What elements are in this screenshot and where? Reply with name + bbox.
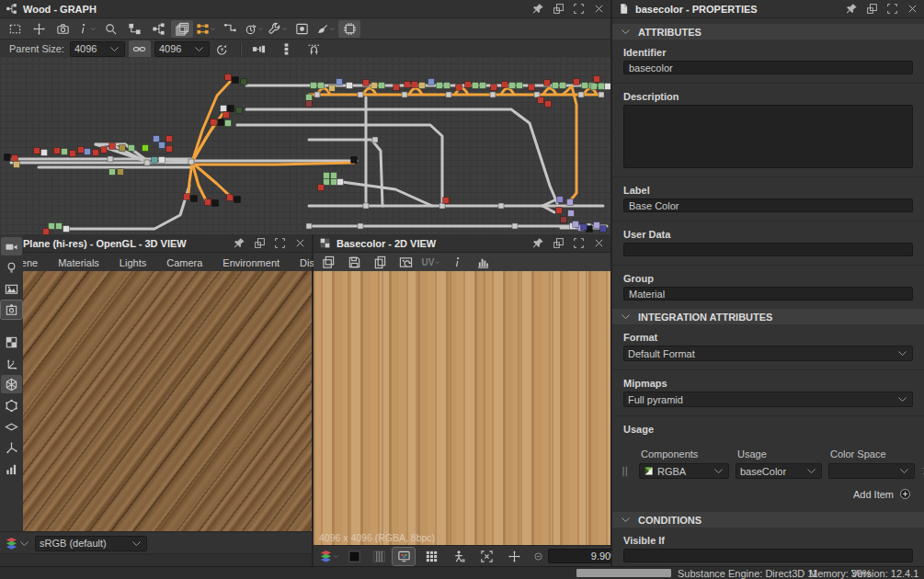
- graph-node[interactable]: [509, 83, 516, 89]
- graph-node[interactable]: [318, 185, 325, 191]
- node-info[interactable]: [75, 20, 97, 38]
- graph-connector[interactable]: [490, 92, 496, 97]
- graph-node[interactable]: [118, 169, 124, 176]
- float-window-icon[interactable]: [553, 3, 565, 15]
- link-creation[interactable]: [123, 20, 145, 38]
- uv-checker-tool[interactable]: [1, 333, 22, 351]
- clean-graph[interactable]: [314, 20, 337, 38]
- graph-node[interactable]: [62, 149, 68, 155]
- graph-node[interactable]: [306, 95, 313, 101]
- background-black[interactable]: [343, 548, 365, 565]
- histogram[interactable]: [472, 254, 494, 271]
- graph-node[interactable]: [318, 83, 325, 89]
- graph-node[interactable]: [437, 83, 443, 89]
- graph-node[interactable]: [605, 84, 611, 90]
- pin-icon[interactable]: [846, 3, 858, 15]
- wireframe-tool[interactable]: [1, 375, 22, 393]
- user-data-input[interactable]: [623, 243, 913, 256]
- save-image[interactable]: [343, 254, 365, 271]
- background-pattern[interactable]: [368, 548, 390, 565]
- graph-node[interactable]: [166, 136, 173, 142]
- graph-node[interactable]: [465, 82, 472, 88]
- graph-node[interactable]: [221, 106, 227, 112]
- colorspace-usage-select[interactable]: [828, 463, 915, 479]
- uv-overlay[interactable]: UV: [420, 254, 442, 271]
- graph-node[interactable]: [78, 147, 85, 153]
- graph-connector[interactable]: [306, 223, 312, 229]
- graph-node[interactable]: [371, 83, 378, 89]
- display-output[interactable]: [291, 20, 313, 38]
- visible-if-input[interactable]: [623, 549, 913, 562]
- snap-magnet[interactable]: [303, 40, 325, 58]
- graph-node[interactable]: [211, 119, 217, 126]
- graph-node[interactable]: [166, 146, 173, 153]
- graph-node[interactable]: [234, 197, 241, 203]
- close-icon[interactable]: [907, 3, 918, 15]
- maximize-icon[interactable]: [886, 3, 898, 15]
- graph-node[interactable]: [351, 157, 358, 164]
- menu-camera[interactable]: Camera: [166, 257, 202, 268]
- graph-node[interactable]: [600, 226, 607, 233]
- graph-node[interactable]: [568, 210, 575, 217]
- graph-node[interactable]: [331, 179, 337, 186]
- distribute-vertical[interactable]: [276, 40, 298, 58]
- compact-node[interactable]: [147, 20, 169, 38]
- reset-size-button[interactable]: [211, 40, 234, 58]
- graph-node[interactable]: [594, 222, 600, 229]
- pin-icon[interactable]: [532, 237, 544, 249]
- menu-materials[interactable]: Materials: [58, 257, 99, 268]
- graph-canvas[interactable]: [0, 57, 610, 234]
- graph-node[interactable]: [473, 83, 479, 89]
- graph-node[interactable]: [491, 85, 497, 91]
- group-input[interactable]: [623, 287, 913, 301]
- graph-node[interactable]: [456, 85, 462, 91]
- lights-tool[interactable]: [1, 258, 22, 277]
- graph-node[interactable]: [544, 80, 551, 86]
- graph-connector[interactable]: [363, 203, 369, 209]
- camera-tool[interactable]: [1, 237, 22, 255]
- axes-tool[interactable]: [1, 438, 22, 457]
- compute-timings[interactable]: [243, 20, 265, 38]
- tiling-mode[interactable]: [420, 548, 442, 565]
- graph-connector[interactable]: [446, 92, 451, 97]
- graph-node[interactable]: [405, 82, 411, 88]
- graph-node[interactable]: [591, 84, 598, 90]
- graph-node[interactable]: [560, 83, 566, 89]
- float-window-icon[interactable]: [553, 237, 565, 249]
- graph-node[interactable]: [159, 142, 165, 149]
- colorspace-select[interactable]: sRGB (default): [35, 536, 147, 551]
- float-window-icon[interactable]: [866, 3, 878, 15]
- duplicate-view[interactable]: [317, 254, 339, 271]
- capture-tool[interactable]: [1, 301, 22, 319]
- export-image[interactable]: [394, 254, 416, 271]
- graph-tools[interactable]: [267, 20, 289, 38]
- label-input[interactable]: [623, 199, 913, 212]
- graph-connector[interactable]: [314, 92, 320, 97]
- graph-node[interactable]: [236, 108, 243, 114]
- graph-node[interactable]: [205, 199, 211, 206]
- graph-node[interactable]: [223, 112, 230, 119]
- graph-node[interactable]: [561, 217, 567, 223]
- graph-node[interactable]: [109, 143, 116, 150]
- graph-node[interactable]: [538, 97, 544, 104]
- graph-node[interactable]: [227, 195, 234, 201]
- drag-handle-icon[interactable]: [620, 465, 631, 478]
- graph-node[interactable]: [5, 154, 11, 161]
- link-style[interactable]: [219, 20, 241, 38]
- copy-image[interactable]: [369, 254, 391, 271]
- display-gamma[interactable]: [393, 548, 415, 565]
- geometry-tool[interactable]: [1, 396, 22, 414]
- graph-node[interactable]: [93, 150, 99, 156]
- align-nodes[interactable]: [195, 20, 217, 38]
- description-input[interactable]: [623, 105, 913, 168]
- graph-node[interactable]: [225, 120, 232, 127]
- graph-node[interactable]: [599, 84, 605, 90]
- graph-node[interactable]: [331, 173, 337, 179]
- graph-node[interactable]: [347, 83, 353, 89]
- grid-snap[interactable]: [338, 20, 360, 38]
- graph-node[interactable]: [444, 83, 451, 89]
- section-integration-attributes[interactable]: INTEGRATION ATTRIBUTES: [612, 309, 924, 324]
- parent-height-select[interactable]: 4096: [154, 41, 210, 57]
- graph-node[interactable]: [109, 169, 116, 176]
- graph-node[interactable]: [582, 83, 588, 89]
